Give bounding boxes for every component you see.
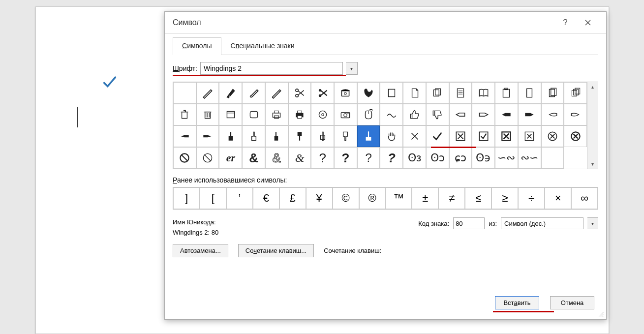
symbol-cell[interactable]: ? (380, 147, 403, 169)
symbol-cell[interactable] (380, 104, 403, 125)
symbol-cell[interactable] (403, 125, 426, 147)
recent-symbol-cell[interactable]: ≥ (491, 187, 518, 209)
symbol-cell[interactable]: ʘз (403, 147, 426, 169)
symbol-cell[interactable] (357, 82, 380, 104)
symbol-cell[interactable] (403, 104, 426, 125)
symbol-cell[interactable] (518, 104, 541, 125)
recent-symbol-cell[interactable]: ∞ (571, 187, 598, 209)
symbol-cell[interactable] (357, 125, 380, 147)
symbol-cell[interactable] (564, 104, 587, 125)
symbol-cell[interactable] (541, 125, 564, 147)
symbol-cell[interactable]: ʘ϶ (472, 147, 495, 169)
symbol-cell[interactable] (472, 104, 495, 125)
close-button[interactable] (577, 15, 599, 30)
symbol-cell[interactable] (426, 125, 449, 147)
symbol-cell[interactable] (449, 104, 472, 125)
symbol-cell[interactable] (380, 82, 403, 104)
symbol-cell[interactable] (495, 82, 518, 104)
symbol-cell[interactable] (288, 82, 311, 104)
symbol-cell[interactable] (380, 125, 403, 147)
from-dropdown-button[interactable]: ▾ (587, 217, 598, 229)
recent-symbol-cell[interactable]: × (545, 187, 571, 209)
symbol-cell[interactable]: & (242, 147, 265, 169)
symbol-cell[interactable] (518, 125, 541, 147)
insert-button[interactable]: Вставить (495, 296, 539, 309)
cancel-button[interactable]: Отмена (550, 296, 594, 309)
font-select[interactable]: Wingdings 2 (200, 62, 343, 75)
symbol-cell[interactable] (311, 125, 334, 147)
symbol-cell[interactable] (196, 147, 219, 169)
symbol-cell[interactable] (334, 82, 357, 104)
tab-symbols[interactable]: Символы (173, 37, 221, 55)
scroll-up-icon[interactable]: ▴ (591, 84, 594, 90)
symbol-cell[interactable]: & (265, 147, 288, 169)
recent-symbol-cell[interactable]: £ (279, 187, 306, 209)
symbol-cell[interactable]: ? (357, 147, 380, 169)
symbol-cell[interactable] (564, 125, 587, 147)
symbol-cell[interactable] (334, 104, 357, 125)
symbol-cell[interactable] (541, 82, 564, 104)
symbol-cell[interactable] (242, 125, 265, 147)
font-dropdown-button[interactable]: ▾ (346, 62, 358, 75)
help-button[interactable]: ? (554, 15, 577, 30)
recent-symbol-cell[interactable]: © (333, 187, 359, 209)
autocorrect-button[interactable]: Автозамена... (173, 244, 228, 257)
symbol-cell[interactable] (541, 104, 564, 125)
symbol-cell[interactable] (495, 125, 518, 147)
recent-symbol-cell[interactable]: ’ (226, 187, 253, 209)
symbol-cell[interactable] (426, 82, 449, 104)
symbol-cell[interactable] (242, 82, 265, 104)
symbol-cell[interactable] (219, 104, 242, 125)
symbol-cell[interactable] (518, 82, 541, 104)
symbol-cell[interactable] (173, 125, 196, 147)
symbol-cell[interactable]: ∾∽ (518, 147, 541, 169)
symbol-cell[interactable]: er (219, 147, 242, 169)
tab-special[interactable]: Специальные знаки (221, 37, 304, 55)
symbol-cell[interactable]: ? (334, 147, 357, 169)
symbol-cell[interactable] (196, 82, 219, 104)
symbol-cell[interactable] (449, 125, 472, 147)
recent-symbol-cell[interactable]: [ (200, 187, 226, 209)
symbol-cell[interactable] (219, 125, 242, 147)
recent-symbol-cell[interactable]: ≠ (438, 187, 465, 209)
symbol-cell[interactable]: & (288, 147, 311, 169)
symbol-cell[interactable]: ∽∾ (495, 147, 518, 169)
grid-scrollbar[interactable]: ▴ ▾ (587, 82, 598, 169)
shortcut-button[interactable]: Сочетание клавиш... (238, 244, 314, 257)
symbol-cell[interactable] (196, 104, 219, 125)
symbol-cell[interactable] (334, 125, 357, 147)
symbol-cell[interactable] (472, 125, 495, 147)
symbol-cell[interactable] (403, 82, 426, 104)
symbol-cell[interactable] (288, 125, 311, 147)
symbol-cell[interactable] (357, 104, 380, 125)
recent-symbol-cell[interactable]: ≤ (465, 187, 491, 209)
recent-symbol-cell[interactable]: ÷ (518, 187, 545, 209)
symbol-cell[interactable] (265, 82, 288, 104)
recent-symbol-cell[interactable]: € (253, 187, 279, 209)
symbol-cell[interactable]: ʘɔ (426, 147, 449, 169)
symbol-cell[interactable] (173, 82, 196, 104)
symbol-cell[interactable] (541, 147, 564, 169)
symbol-cell[interactable] (311, 104, 334, 125)
symbol-cell[interactable] (426, 104, 449, 125)
recent-symbol-cell[interactable]: ] (173, 187, 200, 209)
symbol-cell[interactable]: ɕɔ (449, 147, 472, 169)
code-input[interactable] (453, 217, 485, 229)
symbol-cell[interactable] (564, 82, 587, 104)
symbol-cell[interactable] (219, 82, 242, 104)
from-select[interactable]: Символ (дес.) (501, 217, 583, 229)
symbol-cell[interactable] (495, 104, 518, 125)
symbol-cell[interactable] (311, 82, 334, 104)
recent-symbol-cell[interactable]: ± (412, 187, 438, 209)
recent-symbol-cell[interactable]: ® (359, 187, 386, 209)
recent-symbol-cell[interactable]: ™ (386, 187, 412, 209)
symbol-cell[interactable] (265, 104, 288, 125)
symbol-cell[interactable] (173, 147, 196, 169)
symbol-cell[interactable] (472, 82, 495, 104)
symbol-cell[interactable] (173, 104, 196, 125)
scroll-down-icon[interactable]: ▾ (591, 161, 594, 167)
symbol-cell[interactable]: ? (311, 147, 334, 169)
symbol-cell[interactable] (288, 104, 311, 125)
resize-grip[interactable] (597, 310, 604, 317)
recent-symbol-cell[interactable]: ¥ (306, 187, 333, 209)
